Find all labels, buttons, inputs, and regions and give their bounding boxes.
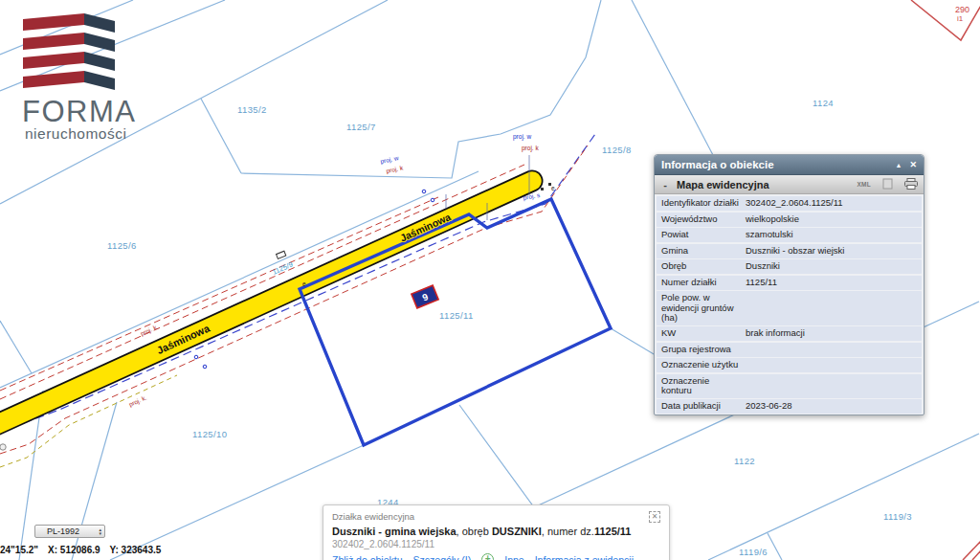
svg-text:proj. w: proj. w <box>513 133 531 141</box>
table-row: Powiatszamotulski <box>657 228 922 242</box>
info-panel-title: Informacja o obiekcie <box>661 159 774 170</box>
zoom-to-object-link[interactable]: Zbliż do obiektu <box>332 554 403 560</box>
red-parcel-subnumber: i1 <box>957 14 964 23</box>
parcel-popup: Działka ewidencyjna ✕ Duszniki - gmina w… <box>323 504 670 560</box>
red-parcel-number: 290 <box>955 5 969 14</box>
coordinate-x: X: 512086.9 <box>48 545 100 555</box>
geoportal-app: { "colors":{ "road_fill":"#ffe400", "sel… <box>0 0 980 560</box>
table-row: GminaDuszniki - obszar wiejski <box>657 244 922 258</box>
svg-text:proj. k: proj. k <box>522 145 539 152</box>
parcel-label: 1119/3 <box>883 511 912 522</box>
collapse-icon[interactable]: - <box>660 179 670 190</box>
parcel-label: 1125/10 <box>192 429 227 439</box>
table-row: Grupa rejestrowa <box>657 343 922 357</box>
parcel-label: 1135/2 <box>237 104 267 115</box>
popup-links: Zbliż do obiektu Szczegóły (I) + Inne In… <box>332 553 660 560</box>
popup-object-id: 302402_2.0604.1125/11 <box>332 539 660 549</box>
parcel-label: 1125/11 <box>439 310 474 321</box>
section-title: Mapa ewidencyjna <box>677 179 850 190</box>
forma-logo-building-icon <box>23 13 115 90</box>
parcel-label: 1125/8 <box>602 145 632 155</box>
popup-close-icon[interactable]: ✕ <box>649 511 660 523</box>
map-ewidencyjna-section-header[interactable]: - Mapa ewidencyjna XML <box>655 175 924 194</box>
minimize-icon[interactable]: ▲ <box>896 161 902 169</box>
table-row: Oznaczenie konturu <box>657 374 922 398</box>
svg-text:proj. w: proj. w <box>380 154 400 166</box>
forma-logo-title: FORMA <box>22 95 136 128</box>
object-info-panel: Informacja o obiekcie ▲ ✕ - Mapa ewidenc… <box>654 154 924 415</box>
registry-info-link[interactable]: Informacja z ewidencji <box>535 554 634 560</box>
plus-icon[interactable]: + <box>481 553 494 560</box>
coordinate-y: Y: 323643.5 <box>110 545 162 555</box>
spinner-icon: ▴▾ <box>99 527 101 535</box>
crs-selector[interactable]: PL-1992 ▴▾ <box>34 525 105 538</box>
details-link[interactable]: Szczegóły (I) <box>413 554 472 560</box>
svg-text:proj. k.: proj. k. <box>140 324 160 338</box>
parcel-label: 1122 <box>734 456 755 466</box>
attribute-rows: Identyfikator działki302402_2.0604.1125/… <box>655 194 924 415</box>
popup-type-label: Działka ewidencyjna <box>332 511 414 522</box>
table-row: KWbrak informacji <box>657 326 922 341</box>
svg-text:e: e <box>551 185 555 191</box>
crs-selected-value: PL-1992 <box>47 526 79 536</box>
print-icon[interactable] <box>904 178 918 191</box>
parcel-label: 1125/6 <box>107 240 137 251</box>
parcel-label: 1124 <box>813 98 834 108</box>
road-jasminowa <box>0 181 532 433</box>
table-row: Województwowielkopolskie <box>657 213 922 227</box>
parcel-label: 1119/6 <box>739 547 768 557</box>
table-row: ObrębDuszniki <box>657 259 922 274</box>
page-icon[interactable] <box>882 178 893 191</box>
coordinate-readout: 24"15.2"X: 512086.9Y: 323643.5 <box>0 545 170 555</box>
xml-export-button[interactable]: XML <box>857 181 871 188</box>
popup-title: Duszniki - gmina wiejska, obręb DUSZNIKI… <box>332 526 660 537</box>
table-row: Identyfikator działki302402_2.0604.1125/… <box>657 196 922 211</box>
svg-text:proj. k: proj. k <box>386 164 405 175</box>
selected-parcel-outline[interactable] <box>300 199 611 445</box>
address-marker[interactable]: 9 <box>412 285 438 308</box>
coordinate-fragment: 24"15.2" <box>0 545 38 555</box>
parcel-label: 1125/7 <box>346 122 376 132</box>
svg-text:e: e <box>302 280 306 287</box>
other-link[interactable]: Inne <box>504 554 523 560</box>
table-row: Oznaczenie użytku <box>657 358 922 372</box>
table-row: Data publikacji2023-06-28 <box>657 399 922 414</box>
forma-logo: FORMA nieruchomości <box>22 13 136 142</box>
close-icon[interactable]: ✕ <box>909 161 917 169</box>
svg-text:1125/9: 1125/9 <box>271 259 294 276</box>
table-row: Pole pow. w ewidencji gruntów (ha) <box>657 291 922 325</box>
info-panel-titlebar[interactable]: Informacja o obiekcie ▲ ✕ <box>655 155 924 175</box>
table-row: Numer działki1125/11 <box>657 276 922 290</box>
forma-logo-subtitle: nieruchomości <box>25 125 126 142</box>
